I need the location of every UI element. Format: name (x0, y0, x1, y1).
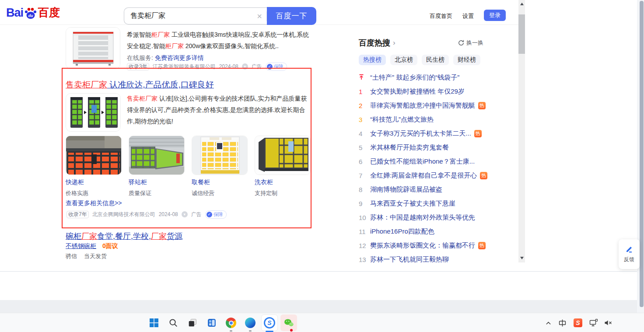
scroll-down-arrow-icon[interactable] (520, 257, 524, 259)
guarantee-badge[interactable]: ✓ 保障 (266, 63, 287, 71)
hot-search-item[interactable]: 3“科技范儿”点燃文旅热 (359, 112, 483, 126)
title-segment: 食堂,餐厅,学校, (97, 232, 151, 241)
rank-number: 10 (359, 214, 370, 221)
shipping-label: 当天发货 (84, 252, 107, 260)
volume-button[interactable] (601, 320, 615, 326)
hot-tab[interactable]: 财经榜 (453, 55, 480, 65)
page-scrollbar[interactable] (518, 0, 525, 262)
volume-muted-icon (604, 320, 612, 326)
search-query-text: 售卖柜厂家 (130, 11, 252, 21)
chrome-button[interactable] (221, 313, 241, 332)
chevron-down-circle-icon[interactable]: ▾ (242, 63, 248, 70)
edge-icon (245, 318, 256, 328)
feedback-button[interactable]: 反馈 (619, 239, 640, 269)
snippet-segment: 200w像素双面摄像头,智能化系统.. (184, 42, 279, 49)
hot-search-item[interactable]: “土特产” 鼓起乡亲们的“钱袋子” (359, 70, 483, 84)
highlighted-keyword: 柜厂家 (165, 42, 184, 49)
nav-settings[interactable]: 设置 (462, 12, 474, 20)
see-more-link[interactable]: 查看更多相关信息>> (66, 199, 122, 207)
sogou-input-button[interactable]: S (570, 318, 586, 327)
result1-snippet[interactable]: 希派智能柜厂家 工业级电容触摸3ms快速响应,安卓系统一体机,系统安全稳定.智能… (127, 29, 312, 52)
hot-search-item[interactable]: 2菲律宾海警船故意冲撞中国海警舰艇热 (359, 98, 483, 112)
hot-search-item[interactable]: 8湖南博物院辟谣展品被盗 (359, 182, 483, 196)
card-title-link[interactable]: 取餐柜 (192, 178, 248, 186)
result3-title-link[interactable]: 碗柜厂家食堂,餐厅,学校,厂家货源 (66, 231, 182, 241)
hot-search-item[interactable]: 4女子称3万元买的手机太卡第二天...热 (359, 126, 483, 140)
hot-search-item[interactable]: 11iPhone16Pro四款配色 (359, 224, 483, 238)
hot-tab[interactable]: 民生榜 (422, 55, 449, 65)
refresh-hot-list[interactable]: 换一换 (458, 39, 483, 47)
wechat-icon (284, 318, 294, 327)
ad-description[interactable]: 售卖柜厂家 认准[欣达],公司拥有专业的技术团队,实力和产品质量获得业界的认可,… (127, 93, 312, 127)
rank-number: 4 (359, 130, 370, 137)
product-card-station-locker[interactable]: 驿站柜 质量保证 (129, 136, 185, 197)
hot-search-item[interactable]: 13苏林一下飞机就同王毅热聊 (359, 252, 483, 266)
hot-search-item-text: 马来西亚女子被丈夫推下悬崖 (370, 199, 455, 208)
chevron-down-circle-icon[interactable]: ▾ (182, 211, 188, 217)
title-segment: 厂家 (151, 232, 167, 241)
hot-search-item[interactable]: 12樊振东谈畸形饭圈文化：输赢都不行热 (359, 238, 483, 252)
sogou-browser-button[interactable]: S (260, 313, 279, 332)
widgets-button[interactable] (202, 313, 221, 332)
ad-date: 2024-08 (159, 211, 178, 217)
ad-date: 2024-08 (219, 63, 238, 70)
ad-hero-image[interactable] (66, 93, 121, 132)
ime-language-button[interactable] (555, 319, 570, 327)
hot-search-title[interactable]: 百度热搜 (359, 38, 390, 48)
indexed-years-tag: 收录3年 (127, 63, 149, 70)
card-subtitle: 质量保证 (129, 189, 185, 197)
baidu-logo[interactable]: Bai du 百度 (6, 5, 60, 20)
display-cooler-image (66, 28, 120, 69)
consult-link[interactable]: 免费咨询更多详情 (155, 54, 204, 61)
clear-search-icon[interactable]: × (252, 12, 266, 21)
hot-search-item-text: 已婚女性不能组装iPhone？富士康... (370, 157, 475, 166)
feedback-label: 反馈 (624, 256, 634, 263)
product-card-meal-locker[interactable]: 取餐柜 诚信经营 (192, 136, 248, 197)
hot-tab[interactable]: 北京榜 (390, 55, 417, 65)
rank-number: 8 (359, 186, 370, 193)
hidden-icons-button[interactable] (542, 321, 555, 325)
taskbar-search-button[interactable] (164, 313, 183, 332)
pencil-icon (625, 245, 634, 254)
task-view-button[interactable] (183, 313, 202, 332)
edge-button[interactable] (241, 313, 260, 332)
wechat-button[interactable] (279, 313, 298, 332)
hot-search-item[interactable]: 9马来西亚女子被丈夫推下悬崖 (359, 196, 483, 210)
result3-sublink[interactable]: 不锈钢碗柜 (66, 242, 96, 250)
search-input[interactable]: 售卖柜厂家 × (124, 7, 267, 24)
hot-tab[interactable]: 热搜榜 (359, 55, 386, 65)
chevron-right-icon[interactable]: › (393, 38, 396, 47)
hot-search-item[interactable]: 5米其林餐厅开始卖穷鬼套餐 (359, 140, 483, 154)
station-locker-image (129, 136, 185, 175)
snippet-segment: 希派智能 (127, 31, 151, 38)
product-card-laundry-locker[interactable]: 洗衣柜 支持定制 (255, 136, 311, 197)
guarantee-badge[interactable]: ✓ 保障 (205, 210, 227, 219)
price-label: 0面议 (102, 242, 118, 250)
ad-result-title-link[interactable]: 售卖柜厂家 认准欣达,产品优质,口碑良好 (66, 79, 214, 91)
hot-search-item[interactable]: 6已婚女性不能组装iPhone？富士康... (359, 154, 483, 168)
product-card-express-locker[interactable]: 快递柜 价格实惠 (66, 136, 122, 197)
scroll-up-arrow-icon[interactable] (520, 3, 524, 5)
hot-search-item[interactable]: 10苏林：中国是越南对外政策头等优先 (359, 210, 483, 224)
hot-search-item[interactable]: 7全红婵:两届金牌都自己拿不是很开心热 (359, 168, 483, 182)
card-title-link[interactable]: 快递柜 (66, 178, 122, 186)
card-subtitle: 价格实惠 (66, 189, 122, 197)
hot-search-item[interactable]: 1女交警执勤时被撞牺牲 年仅29岁 (359, 84, 483, 98)
task-view-icon (188, 318, 197, 327)
hot-search-item-text: 菲律宾海警船故意冲撞中国海警舰艇 (370, 101, 475, 110)
start-button[interactable] (144, 313, 164, 332)
result1-product-image[interactable] (66, 27, 120, 69)
network-button[interactable] (586, 319, 601, 327)
title-segment: 认准欣达,产品优质,口碑良好 (107, 80, 214, 89)
rank-number: 11 (359, 228, 370, 235)
rank-number: 1 (359, 88, 370, 95)
nav-baidu-home[interactable]: 百度首页 (430, 12, 452, 20)
card-title-link[interactable]: 驿站柜 (129, 178, 185, 186)
login-button[interactable]: 登录 (484, 10, 506, 21)
window-scrollbar-thumb[interactable] (640, 1, 644, 307)
card-title-link[interactable]: 洗衣柜 (255, 178, 311, 186)
sogou-browser-icon: S (264, 317, 275, 329)
scrollbar-thumb[interactable] (518, 14, 525, 54)
search-button[interactable]: 百度一下 (267, 7, 316, 25)
ad-source-row: 收录7年 北京企腾网络技术有限公司 2024-08 ▾ 广告 ✓ 保障 (66, 210, 227, 218)
